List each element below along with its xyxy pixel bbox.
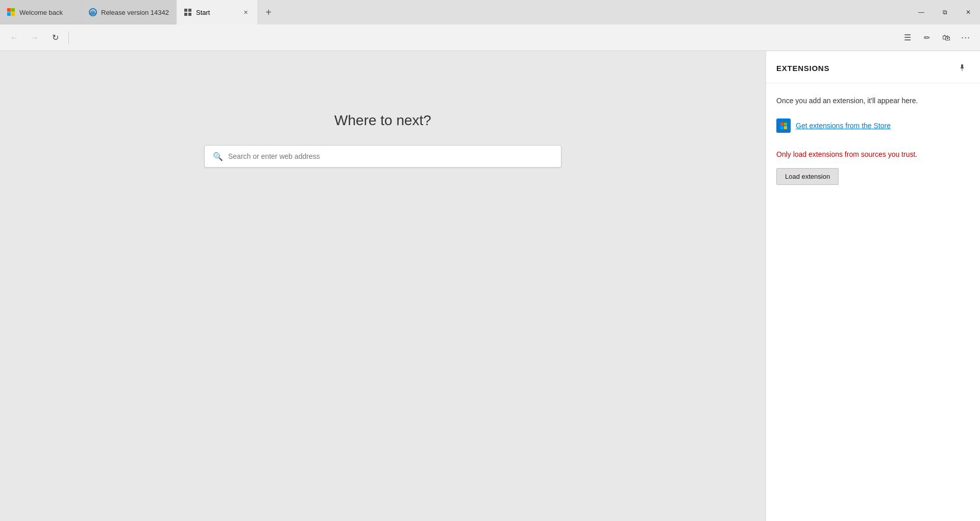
load-extension-button[interactable]: Load extension [776, 168, 839, 185]
tab-start-label: Start [196, 9, 237, 16]
search-icon: 🔍 [213, 152, 223, 161]
refresh-button[interactable]: ↻ [46, 29, 64, 47]
extensions-panel: EXTENSIONS Once you add an extension, it… [766, 51, 980, 521]
search-input[interactable] [228, 152, 553, 160]
window-controls: — ⧉ ✕ [910, 0, 980, 25]
forward-icon: → [31, 33, 39, 42]
tab-start[interactable]: Start ✕ [177, 0, 258, 25]
trust-warning: Only load extensions from sources you tr… [776, 149, 970, 160]
store-link-row: Get extensions from the Store [776, 119, 970, 133]
pin-button[interactable] [954, 60, 970, 76]
minimize-button[interactable]: — [910, 0, 933, 25]
svg-rect-5 [961, 64, 963, 68]
hub-button[interactable]: ☰ [898, 29, 917, 47]
svg-rect-6 [961, 67, 964, 68]
svg-rect-7 [962, 68, 963, 71]
main-area: Where to next? 🔍 EXTENSIONS Once you add… [0, 51, 980, 521]
tab-start-close[interactable]: ✕ [241, 8, 251, 17]
annotation-button[interactable]: ✏ [918, 29, 936, 47]
more-button[interactable]: ··· [957, 29, 975, 47]
store-icon [776, 119, 791, 133]
shopping-button[interactable]: 🛍 [937, 29, 955, 47]
tab-welcome[interactable]: Welcome back [0, 0, 82, 25]
tab-release-label: Release version 14342 [101, 9, 169, 16]
svg-rect-4 [188, 13, 191, 16]
annotation-icon: ✏ [924, 33, 930, 42]
restore-button[interactable]: ⧉ [933, 0, 957, 25]
browser-content: Where to next? 🔍 [0, 51, 766, 521]
close-button[interactable]: ✕ [957, 0, 980, 25]
edge-logo-icon [89, 8, 97, 16]
ms-logo-icon [7, 8, 15, 16]
search-bar: 🔍 [204, 145, 561, 168]
titlebar: Welcome back Release version 14342 Start… [0, 0, 980, 25]
more-icon: ··· [961, 32, 970, 43]
extensions-body: Once you add an extension, it'll appear … [766, 83, 980, 521]
empty-text: Once you add an extension, it'll appear … [776, 96, 970, 106]
minimize-icon: — [918, 9, 924, 16]
refresh-icon: ↻ [52, 33, 59, 42]
navbar: ← → ↻ ☰ ✏ 🛍 ··· [0, 25, 980, 51]
svg-rect-2 [188, 9, 191, 12]
new-tab-button[interactable]: + [258, 0, 279, 25]
nav-separator [68, 32, 69, 44]
pin-icon [958, 64, 966, 72]
back-icon: ← [10, 33, 18, 42]
forward-button[interactable]: → [26, 29, 44, 47]
back-button[interactable]: ← [5, 29, 23, 47]
tab-welcome-label: Welcome back [19, 9, 74, 16]
restore-icon: ⧉ [943, 9, 947, 16]
close-icon: ✕ [966, 9, 971, 16]
toolbar-right: ☰ ✏ 🛍 ··· [898, 29, 975, 47]
store-link[interactable]: Get extensions from the Store [796, 122, 891, 130]
svg-rect-3 [184, 13, 187, 16]
extensions-title: EXTENSIONS [776, 64, 829, 73]
svg-rect-1 [184, 9, 187, 12]
hub-icon: ☰ [904, 33, 911, 42]
bag-icon: 🛍 [942, 33, 950, 42]
new-tab-icon: + [265, 7, 272, 18]
where-next-heading: Where to next? [334, 112, 431, 129]
extensions-header: EXTENSIONS [766, 51, 980, 83]
tab-release[interactable]: Release version 14342 [82, 0, 177, 25]
start-tab-icon [184, 8, 192, 16]
